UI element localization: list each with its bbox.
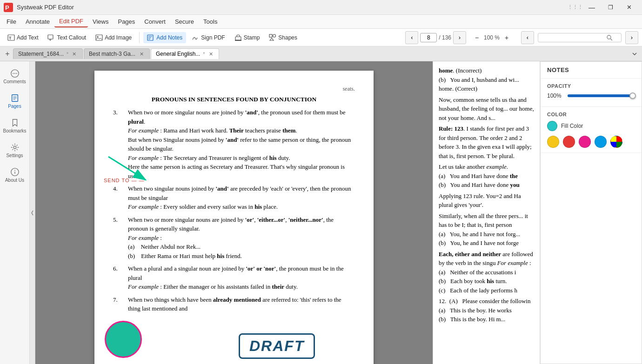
menubar: File Annotate Edit PDF Views Pages Conve… (0, 15, 642, 29)
svg-rect-5 (96, 35, 102, 40)
menu-item-pages[interactable]: Pages (113, 16, 140, 27)
menu-item-annotate[interactable]: Annotate (21, 16, 54, 27)
svg-point-17 (16, 73, 17, 74)
win-controls: ⋮⋮⋮ — ❐ ✕ (568, 2, 638, 13)
search-icon (606, 34, 613, 41)
menu-item-secure[interactable]: Secure (170, 16, 199, 27)
color-label: COLOR (547, 112, 635, 117)
menu-item-editpdf[interactable]: Edit PDF (54, 16, 88, 27)
svg-rect-8 (235, 37, 241, 40)
teal-circle-annotation (105, 321, 142, 358)
page-number-input[interactable] (420, 33, 437, 42)
add-notes-btn[interactable]: Add Notes (143, 32, 186, 43)
sidebar-item-pages[interactable]: Pages (2, 90, 28, 113)
zoom-out-btn[interactable]: − (472, 33, 482, 43)
main-content: Comments Pages Bookmarks Settings (0, 61, 642, 364)
app-title: Systweak PDF Editor (17, 4, 568, 11)
svg-point-6 (97, 36, 99, 37)
bookmarks-icon (10, 118, 20, 127)
svg-line-13 (610, 39, 612, 40)
opacity-value: 100% (547, 93, 564, 99)
tabbar: + Statement_1684... * ✕ Best match-3 Ga.… (0, 46, 642, 61)
settings-icon (10, 143, 20, 152)
text-callout-icon (47, 34, 55, 41)
page-total-label: / 136 (439, 34, 451, 41)
tab-bestmatch[interactable]: Best match-3 Ga... ✕ (84, 48, 150, 59)
sidebar-item-aboutus[interactable]: About Us (2, 164, 28, 186)
svg-rect-9 (235, 40, 241, 41)
zoom-level: 100 % (483, 34, 501, 41)
svg-point-12 (607, 35, 611, 39)
stamp-btn[interactable]: Stamp (231, 32, 264, 43)
page-navigation: ‹ / 136 › (405, 31, 466, 44)
left-sidebar: Comments Pages Bookmarks Settings (0, 61, 30, 364)
minimize-btn[interactable]: — (582, 2, 601, 13)
pdf-page: SEND TO — — DRAFT seats. PRONOUNS IN SEN… (94, 71, 374, 364)
shapes-btn[interactable]: Shapes (265, 32, 301, 43)
menu-item-tools[interactable]: Tools (199, 16, 222, 27)
add-text-icon: T (7, 34, 15, 41)
add-image-btn[interactable]: Add Image (92, 32, 135, 43)
titlebar: P Systweak PDF Editor ⋮⋮⋮ — ❐ ✕ (0, 0, 642, 15)
color-swatch-yellow[interactable] (547, 136, 559, 148)
opacity-slider-thumb (629, 93, 636, 99)
toolbar: T Add Text Text Callout Add Image Add No… (0, 29, 642, 46)
color-swatch-blue[interactable] (595, 136, 607, 148)
item6-num: 6. (113, 264, 124, 291)
menu-dots-btn[interactable]: ⋮⋮⋮ (568, 2, 582, 13)
close-btn[interactable]: ✕ (620, 2, 638, 13)
next-page-btn[interactable]: › (453, 31, 466, 44)
prev-page-btn[interactable]: ‹ (405, 31, 418, 44)
color-swatch-red[interactable] (563, 136, 575, 148)
add-tab-btn[interactable]: + (2, 48, 13, 60)
sidebar-item-settings[interactable]: Settings (2, 139, 28, 162)
search-input[interactable] (541, 34, 606, 41)
svg-rect-10 (269, 34, 272, 37)
tab-close-generalenglish[interactable]: ✕ (207, 51, 214, 57)
about-icon (10, 167, 20, 177)
nav-forward-btn[interactable]: › (625, 31, 638, 44)
color-swatch-pink[interactable] (579, 136, 591, 148)
stamp-icon (234, 34, 242, 41)
add-text-btn[interactable]: T Add Text (4, 32, 42, 43)
sidebar-item-bookmarks[interactable]: Bookmarks (2, 114, 28, 137)
menu-item-convert[interactable]: Convert (140, 16, 170, 27)
pages-icon (10, 93, 20, 103)
svg-point-16 (14, 73, 15, 74)
color-swatches (547, 136, 635, 148)
zoom-in-btn[interactable]: + (502, 33, 512, 43)
menu-item-views[interactable]: Views (88, 16, 113, 27)
nav-back-btn[interactable]: ‹ (521, 31, 534, 44)
toolbar-sep-1 (139, 32, 140, 43)
tab-close-statement[interactable]: ✕ (71, 51, 78, 57)
restore-btn[interactable]: ❐ (601, 2, 620, 13)
svg-point-22 (13, 146, 16, 148)
sign-pdf-btn[interactable]: Sign PDF (188, 32, 228, 43)
tab-close-bestmatch[interactable]: ✕ (138, 51, 145, 57)
tab-statement[interactable]: Statement_1684... * ✕ (13, 48, 83, 59)
search-box (538, 33, 622, 42)
sidebar-item-comments[interactable]: Comments (2, 65, 28, 88)
menu-item-file[interactable]: File (2, 16, 21, 27)
pdf-viewer[interactable]: SEND TO — — DRAFT seats. PRONOUNS IN SEN… (35, 61, 433, 364)
chevron-down-icon (632, 51, 637, 57)
opacity-row: 100% (547, 93, 635, 99)
svg-point-15 (13, 73, 13, 74)
svg-text:P: P (5, 4, 9, 11)
item3-num: 3. (113, 108, 124, 180)
collapse-icon (31, 209, 34, 217)
item7-num: 7. (113, 295, 124, 313)
opacity-label: OPACITY (547, 83, 635, 89)
opacity-slider[interactable] (568, 94, 635, 97)
collapse-handle[interactable] (30, 61, 35, 364)
comments-icon (10, 69, 20, 78)
svg-point-25 (14, 170, 15, 171)
fill-color-swatch[interactable] (547, 121, 557, 131)
tab-overflow-btn[interactable] (629, 48, 640, 60)
send-to-label: SEND TO — — (104, 178, 145, 183)
fill-color-row: Fill Color (547, 121, 635, 131)
tab-generalenglish[interactable]: General English... * ✕ (151, 48, 219, 59)
text-callout-btn[interactable]: Text Callout (44, 32, 90, 43)
color-swatch-multi[interactable] (610, 136, 622, 148)
fill-color-label: Fill Color (561, 123, 583, 129)
